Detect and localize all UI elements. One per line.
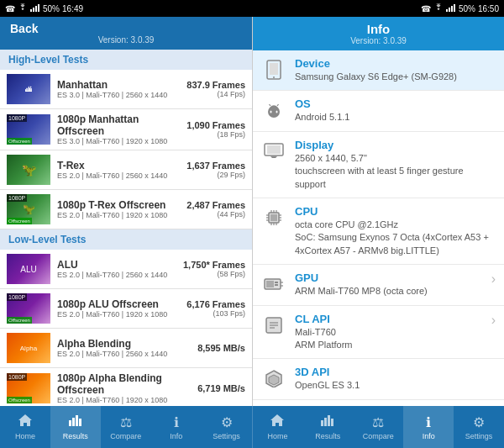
nav-right-settings-label: Settings	[465, 432, 493, 440]
test-alpha[interactable]: Alpha Alpha Blending ES 2.0 | Mali-T760 …	[0, 329, 252, 368]
cpu-value: octa core CPU @2.1GHzSoC: Samsung Exynos…	[295, 219, 496, 257]
results-icon-left	[68, 414, 83, 430]
info-item-cpu: CPU octa core CPU @2.1GHzSoC: Samsung Ex…	[253, 198, 504, 265]
3d-text: 3D API OpenGL ES 3.1	[295, 366, 496, 392]
nav-right-info-label: Info	[423, 432, 435, 440]
test-info-trex: T-Rex ES 2.0 | Mali-T760 | 2560 x 1440	[57, 160, 186, 180]
test-trex-1080p[interactable]: 1080P Offscreen 🦖 1080p T-Rex Offscreen …	[0, 190, 252, 229]
test-info-manhattan: Manhattan ES 3.0 | Mali-T760 | 2560 x 14…	[57, 79, 186, 99]
display-icon	[261, 139, 286, 164]
test-name-alu-1080p: 1080p ALU Offscreen	[57, 298, 186, 310]
info-item-gpu[interactable]: GPU ARM Mali-T760 MP8 (octa core) ›	[253, 265, 504, 305]
info-version: Version: 3.0.39	[263, 36, 494, 45]
test-score-alpha-1080p: 6,719 MB/s	[197, 383, 245, 393]
signal-bars-right	[446, 3, 456, 13]
settings-icon-left: ⚙	[221, 414, 233, 430]
nav-right-compare[interactable]: ⚖ Compare	[353, 406, 403, 448]
results-icon-right	[320, 414, 335, 430]
svg-rect-2	[35, 6, 37, 12]
test-trex[interactable]: 🦖 T-Rex ES 2.0 | Mali-T760 | 2560 x 1440…	[0, 150, 252, 190]
test-thumb-trex-1080p: 1080P Offscreen 🦖	[7, 194, 50, 224]
bluetooth-icon-left: ☎	[5, 4, 15, 13]
right-content: Device Samsung Galaxy S6 Edge+ (SM-G928)	[253, 50, 504, 406]
3d-icon	[261, 366, 286, 391]
back-button[interactable]: Back	[10, 22, 242, 35]
svg-rect-19	[270, 214, 277, 221]
svg-rect-5	[449, 8, 450, 12]
svg-point-13	[276, 111, 278, 113]
svg-rect-52	[69, 420, 71, 426]
svg-rect-7	[454, 4, 455, 12]
nav-left-settings-label: Settings	[213, 432, 240, 440]
nav-right-results[interactable]: Results	[302, 406, 353, 448]
svg-line-15	[277, 104, 279, 106]
svg-rect-56	[321, 420, 323, 426]
nav-right-results-label: Results	[315, 432, 340, 440]
svg-rect-54	[76, 415, 78, 426]
nav-left-compare[interactable]: ⚖ Compare	[101, 406, 151, 448]
nav-left-info[interactable]: ℹ Info	[151, 406, 202, 448]
right-panel: Info Version: 3.0.39 Device Samsung Gala…	[252, 17, 504, 406]
os-text: OS Android 5.1.1	[295, 98, 496, 124]
info-item-os: OS Android 5.1.1	[253, 91, 504, 131]
svg-rect-55	[79, 419, 81, 426]
test-sub-trex-1080p: ES 2.0 | Mali-T760 | 1920 x 1080	[57, 211, 186, 219]
test-manhattan-1080p[interactable]: 1080P Offscreen 1080p Manhattan Offscree…	[0, 109, 252, 150]
test-sub-alu: ES 2.0 | Mali-T760 | 2560 x 1440	[57, 271, 183, 279]
svg-rect-58	[328, 415, 330, 426]
info-title: Info	[263, 22, 494, 36]
nav-right-home[interactable]: Home	[253, 406, 303, 448]
os-label: OS	[295, 98, 496, 110]
device-value: Samsung Galaxy S6 Edge+ (SM-G928)	[295, 71, 496, 83]
svg-rect-0	[30, 9, 32, 12]
phone-icon	[261, 57, 286, 82]
test-manhattan[interactable]: 🏙 Manhattan ES 3.0 | Mali-T760 | 2560 x …	[0, 70, 252, 109]
nav-right-info[interactable]: ℹ Info	[403, 406, 454, 448]
test-alpha-1080p[interactable]: 1080P Offscreen 1080p Alpha Blending Off…	[0, 368, 252, 406]
cl-icon	[261, 313, 286, 338]
nav-left-home[interactable]: Home	[0, 406, 50, 448]
test-name-trex-1080p: 1080p T-Rex Offscreen	[57, 199, 186, 211]
test-thumb-manhattan-1080p: 1080P Offscreen	[7, 114, 50, 145]
gpu-icon	[261, 271, 286, 297]
svg-rect-3	[38, 4, 39, 12]
test-score-manhattan: 837.9 Frames (14 Fps)	[186, 80, 245, 98]
test-info-alpha-1080p: 1080p Alpha Blending Offscreen ES 2.0 | …	[57, 372, 197, 404]
device-text: Device Samsung Galaxy S6 Edge+ (SM-G928)	[295, 57, 496, 83]
battery-left: 50%	[43, 4, 60, 13]
test-sub-alpha-1080p: ES 2.0 | Mali-T760 | 1920 x 1080	[57, 396, 197, 404]
nav-right: Home Results ⚖ Compare ℹ Info ⚙ Settings	[253, 406, 505, 448]
nav-left-results[interactable]: Results	[50, 406, 101, 448]
cl-text: CL API Mali-T760ARM Platform	[295, 313, 487, 352]
cpu-icon	[261, 205, 286, 230]
nav-left-results-label: Results	[63, 432, 88, 440]
nav-left-settings[interactable]: ⚙ Settings	[202, 406, 252, 448]
svg-rect-33	[266, 281, 274, 287]
svg-rect-17	[267, 145, 281, 154]
android-icon	[261, 98, 286, 123]
test-thumb-alpha-1080p: 1080P Offscreen	[7, 373, 50, 403]
test-score-alu: 1,750* Frames (58 Fps)	[183, 260, 245, 278]
time-left: 16:49	[62, 4, 83, 13]
nav-left-home-label: Home	[15, 432, 35, 440]
cl-value: Mali-T760ARM Platform	[295, 326, 487, 352]
svg-rect-57	[324, 418, 327, 426]
test-sub-manhattan-1080p: ES 3.0 | Mali-T760 | 1920 x 1080	[57, 137, 186, 145]
test-name-alpha: Alpha Blending	[57, 338, 197, 350]
home-icon-left	[18, 414, 33, 430]
wifi-icon-right	[433, 3, 444, 13]
test-alu[interactable]: ALU ALU ES 2.0 | Mali-T760 | 2560 x 1440…	[0, 250, 252, 289]
nav-right-home-label: Home	[267, 432, 287, 440]
nav-right-settings[interactable]: ⚙ Settings	[454, 406, 504, 448]
svg-rect-59	[331, 419, 333, 426]
display-label: Display	[295, 139, 496, 151]
bottom-nav: Home Results ⚖ Compare ℹ Info ⚙ Settings	[0, 406, 504, 448]
info-item-cl[interactable]: CL API Mali-T760ARM Platform ›	[253, 306, 504, 360]
svg-line-14	[270, 104, 271, 106]
test-sub-alu-1080p: ES 2.0 | Mali-T760 | 1920 x 1080	[57, 310, 186, 319]
3d-label: 3D API	[295, 366, 496, 378]
test-score-manhattan-1080p: 1,090 Frames (18 Fps)	[186, 120, 245, 139]
info-item-display: Display 2560 x 1440, 5.7"touchscreen wit…	[253, 132, 504, 198]
svg-rect-4	[446, 9, 448, 12]
test-alu-1080p[interactable]: 1080P Offscreen 1080p ALU Offscreen ES 2…	[0, 289, 252, 329]
